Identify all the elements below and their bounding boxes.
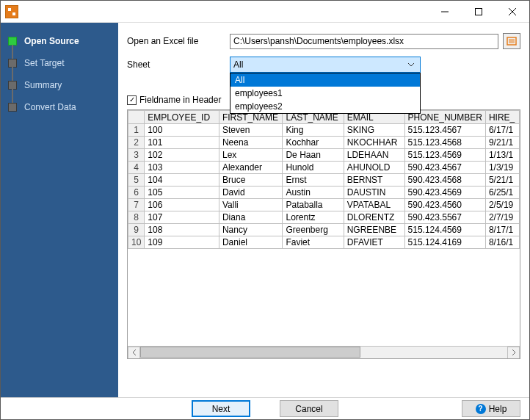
- table-cell: Pataballa: [283, 199, 344, 211]
- table-cell: 109: [145, 236, 219, 249]
- file-path-input[interactable]: [230, 34, 498, 49]
- table-cell: 101: [145, 137, 219, 149]
- table-cell: 106: [145, 199, 219, 211]
- table-row[interactable]: 9108NancyGreenbergNGREENBE515.124.45698/…: [128, 224, 520, 236]
- table-cell: SKING: [344, 124, 404, 137]
- rownum-cell: 1: [128, 124, 145, 137]
- sheet-select[interactable]: All: [230, 57, 421, 73]
- table-cell: Neena: [219, 137, 283, 149]
- table-cell: NGREENBE: [344, 224, 404, 236]
- table-cell: 2/5/19: [485, 199, 519, 211]
- table-row[interactable]: 6105DavidAustinDAUSTIN590.423.45696/25/1: [128, 187, 520, 199]
- table-row[interactable]: 2101NeenaKochharNKOCHHAR515.123.45689/21…: [128, 137, 520, 149]
- table-row[interactable]: 4103AlexanderHunoldAHUNOLD590.423.45671/…: [128, 162, 520, 174]
- table-cell: 515.123.4568: [404, 137, 485, 149]
- sheet-dropdown: All employees1 employees2: [230, 73, 421, 114]
- col-employee-id[interactable]: EMPLOYEE_ID: [145, 111, 219, 124]
- step-summary[interactable]: Summary: [1, 74, 118, 96]
- table-cell: King: [283, 124, 344, 137]
- step-label: Convert Data: [24, 102, 76, 112]
- titlebar: [1, 1, 529, 23]
- table-cell: 590.423.4567: [404, 162, 485, 174]
- minimize-button[interactable]: [428, 1, 462, 23]
- table-cell: 108: [145, 224, 219, 236]
- table-cell: 590.423.4569: [404, 187, 485, 199]
- rownum-cell: 6: [128, 187, 145, 199]
- table-cell: 1/13/1: [485, 149, 519, 162]
- table-cell: 105: [145, 187, 219, 199]
- step-set-target[interactable]: Set Target: [1, 52, 118, 74]
- table-row[interactable]: 5104BruceErnstBERNST590.423.45685/21/1: [128, 174, 520, 187]
- step-convert-data[interactable]: Convert Data: [1, 96, 118, 118]
- table-cell: 5/21/1: [485, 174, 519, 187]
- scroll-thumb[interactable]: [140, 347, 360, 358]
- step-label: Set Target: [24, 58, 64, 68]
- table-cell: BERNST: [344, 174, 404, 187]
- sheet-option-1[interactable]: employees1: [230, 87, 420, 100]
- rownum-cell: 7: [128, 199, 145, 211]
- sheet-label: Sheet: [127, 59, 230, 70]
- scroll-right-arrow[interactable]: [507, 347, 520, 359]
- col-hire-date[interactable]: HIRE_: [485, 111, 519, 124]
- help-icon: ?: [476, 404, 486, 414]
- table-cell: Austin: [283, 187, 344, 199]
- table-row[interactable]: 8107DianaLorentzDLORENTZ590.423.55672/7/…: [128, 211, 520, 224]
- next-button[interactable]: Next: [192, 400, 250, 417]
- table-cell: 107: [145, 211, 219, 224]
- step-open-source[interactable]: Open Source: [1, 30, 118, 52]
- table-cell: DFAVIET: [344, 236, 404, 249]
- table-cell: 8/16/1: [485, 236, 519, 249]
- table-cell: 8/17/1: [485, 224, 519, 236]
- table-cell: LDEHAAN: [344, 149, 404, 162]
- close-button[interactable]: [495, 1, 529, 23]
- table-cell: 590.423.4560: [404, 199, 485, 211]
- fieldname-checkbox[interactable]: ✓: [127, 95, 137, 105]
- table-cell: Steven: [219, 124, 283, 137]
- table-cell: Alexander: [219, 162, 283, 174]
- sheet-select-value: All: [233, 59, 243, 70]
- rownum-cell: 4: [128, 162, 145, 174]
- table-cell: Ernst: [283, 174, 344, 187]
- fieldname-label: Fieldname in Header: [139, 95, 221, 105]
- step-label: Summary: [24, 80, 62, 90]
- table-row[interactable]: 10109DanielFavietDFAVIET515.124.41698/16…: [128, 236, 520, 249]
- help-button[interactable]: ? Help: [462, 400, 520, 417]
- sheet-option-2[interactable]: employees2: [230, 100, 420, 113]
- table-cell: 104: [145, 174, 219, 187]
- maximize-button[interactable]: [462, 1, 495, 23]
- table-cell: AHUNOLD: [344, 162, 404, 174]
- table-cell: Hunold: [283, 162, 344, 174]
- table-cell: 590.423.4568: [404, 174, 485, 187]
- svg-rect-1: [476, 8, 482, 15]
- table-cell: Lex: [219, 149, 283, 162]
- data-table: EMPLOYEE_ID FIRST_NAME LAST_NAME EMAIL P…: [127, 109, 520, 359]
- table-cell: 515.123.4569: [404, 149, 485, 162]
- table-cell: 515.124.4169: [404, 236, 485, 249]
- rownum-cell: 5: [128, 174, 145, 187]
- table-row[interactable]: 1100StevenKingSKING515.123.45676/17/1: [128, 124, 520, 137]
- browse-file-button[interactable]: [503, 33, 520, 49]
- table-row[interactable]: 3102LexDe HaanLDEHAAN515.123.45691/13/1: [128, 149, 520, 162]
- main-panel: Open an Excel file Sheet All All employe…: [118, 23, 529, 397]
- table-cell: Faviet: [283, 236, 344, 249]
- cancel-button[interactable]: Cancel: [280, 400, 338, 417]
- table-cell: 103: [145, 162, 219, 174]
- sheet-option-all[interactable]: All: [230, 73, 420, 87]
- open-file-label: Open an Excel file: [127, 36, 230, 46]
- rownum-cell: 8: [128, 211, 145, 224]
- wizard-sidebar: Open Source Set Target Summary Convert D…: [1, 23, 118, 397]
- table-cell: Bruce: [219, 174, 283, 187]
- chevron-down-icon: [405, 59, 417, 70]
- table-row[interactable]: 7106ValliPataballaVPATABAL590.423.45602/…: [128, 199, 520, 211]
- table-cell: Diana: [219, 211, 283, 224]
- table-cell: 100: [145, 124, 219, 137]
- table-cell: 515.124.4569: [404, 224, 485, 236]
- table-cell: Lorentz: [283, 211, 344, 224]
- horizontal-scrollbar[interactable]: [128, 346, 520, 358]
- scroll-left-arrow[interactable]: [128, 347, 140, 359]
- footer: Next Cancel ? Help: [1, 397, 529, 419]
- step-label: Open Source: [24, 36, 79, 46]
- table-cell: 515.123.4567: [404, 124, 485, 137]
- table-cell: Nancy: [219, 224, 283, 236]
- table-cell: DAUSTIN: [344, 187, 404, 199]
